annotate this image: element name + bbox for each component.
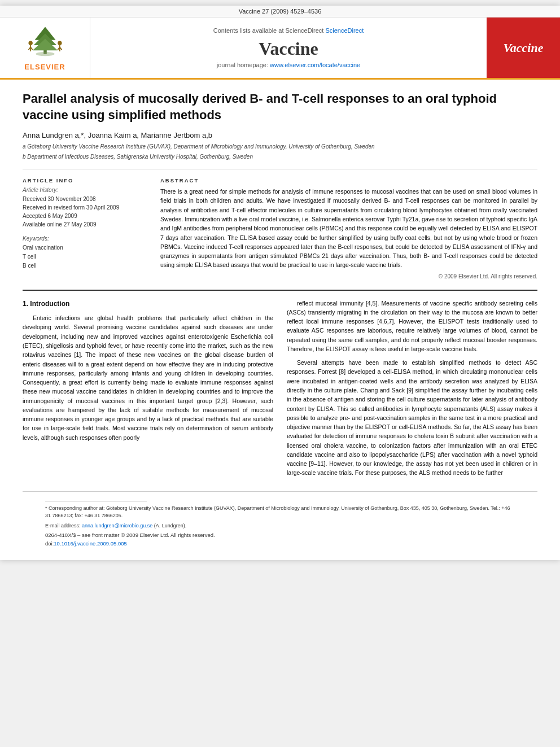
elsevier-logo: ELSEVIER <box>23 24 68 71</box>
abstract-column: ABSTRACT There is a great need for simpl… <box>160 177 537 279</box>
history-label: Article history: <box>23 187 147 193</box>
page: Vaccine 27 (2009) 4529–4536 <box>0 6 560 560</box>
footnote-divider <box>45 501 147 501</box>
email-note: E-mail address: anna.lundgren@microbio.g… <box>45 522 515 530</box>
intro-para-1: Enteric infections are global health pro… <box>23 313 273 442</box>
received-date: Received 30 November 2008 <box>23 195 147 203</box>
divider <box>23 169 537 169</box>
article-info-column: ARTICLE INFO Article history: Received 3… <box>23 177 147 279</box>
authors-line: Anna Lundgren a,*, Joanna Kaim a, Marian… <box>23 131 537 139</box>
keywords-label: Keywords: <box>23 235 147 242</box>
elsevier-wordmark: ELSEVIER <box>23 63 68 71</box>
affiliation-b: b Department of Infectious Diseases, Sah… <box>23 153 537 161</box>
doi-line: doi:10.1016/j.vaccine.2009.05.005 <box>45 540 515 547</box>
vaccine-badge: Vaccine <box>504 41 544 55</box>
article-content: Parallel analysis of mucosally derived B… <box>0 80 560 560</box>
email-link[interactable]: anna.lundgren@microbio.gu.se <box>82 523 152 528</box>
body-columns: 1. Introduction Enteric infections are g… <box>23 299 537 482</box>
sciencedirect-link[interactable]: ScienceDirect <box>325 27 364 34</box>
online-date: Available online 27 May 2009 <box>23 220 147 229</box>
info-abstract-section: ARTICLE INFO Article history: Received 3… <box>23 177 537 279</box>
accepted-date: Accepted 6 May 2009 <box>23 212 147 220</box>
elsevier-tree-icon <box>23 24 68 58</box>
issn-line: 0264-410X/$ – see front matter © 2009 El… <box>45 532 515 538</box>
elsevier-logo-area: ELSEVIER <box>0 18 90 78</box>
abstract-text: There is a great need for simple methods… <box>160 187 537 269</box>
vaccine-badge-text: Vaccine <box>504 41 544 55</box>
article-title: Parallel analysis of mucosally derived B… <box>23 91 537 123</box>
vaccine-badge-area: Vaccine <box>487 18 560 78</box>
sciencedirect-line: Contents lists available at ScienceDirec… <box>213 27 364 34</box>
journal-name: Vaccine <box>259 38 318 59</box>
keyword-1: Oral vaccination <box>23 243 147 252</box>
homepage-url[interactable]: www.elsevier.com/locate/vaccine <box>270 62 360 68</box>
svg-point-1 <box>36 52 54 56</box>
article-info-label: ARTICLE INFO <box>23 177 147 184</box>
body-column-right: reflect mucosal immunity [4,5]. Measurem… <box>287 299 537 482</box>
journal-title-area: Contents lists available at ScienceDirec… <box>90 18 487 78</box>
svg-point-5 <box>28 41 32 45</box>
svg-point-9 <box>58 41 62 45</box>
keyword-2: T cell <box>23 252 147 261</box>
doi-link[interactable]: 10.1016/j.vaccine.2009.05.005 <box>54 540 126 547</box>
journal-homepage: journal homepage: www.elsevier.com/locat… <box>217 62 360 68</box>
footer-area: * Corresponding author at: Göteborg Univ… <box>23 491 537 547</box>
journal-header: ELSEVIER Contents lists available at Sci… <box>0 18 560 80</box>
journal-citation: Vaccine 27 (2009) 4529–4536 <box>239 8 322 15</box>
intro-section-title: 1. Introduction <box>23 299 273 309</box>
keywords-block: Keywords: Oral vaccination T cell B cell <box>23 235 147 270</box>
main-body: 1. Introduction Enteric infections are g… <box>23 290 537 482</box>
affiliation-a: a Göteborg University Vaccine Research I… <box>23 143 537 151</box>
body-column-left: 1. Introduction Enteric infections are g… <box>23 299 273 482</box>
copyright: © 2009 Elsevier Ltd. All rights reserved… <box>160 273 537 279</box>
top-bar: Vaccine 27 (2009) 4529–4536 <box>0 6 560 18</box>
body-para-right-1: reflect mucosal immunity [4,5]. Measurem… <box>287 299 537 354</box>
corresponding-author-note: * Corresponding author at: Göteborg Univ… <box>45 505 515 520</box>
revised-date: Received in revised form 30 April 2009 <box>23 203 147 212</box>
email-name: (A. Lundgren). <box>154 523 187 528</box>
abstract-label: ABSTRACT <box>160 177 537 184</box>
keyword-3: B cell <box>23 261 147 270</box>
body-para-right-2: Several attempts have been made to estab… <box>287 358 537 477</box>
article-history: Article history: Received 30 November 20… <box>23 187 147 229</box>
